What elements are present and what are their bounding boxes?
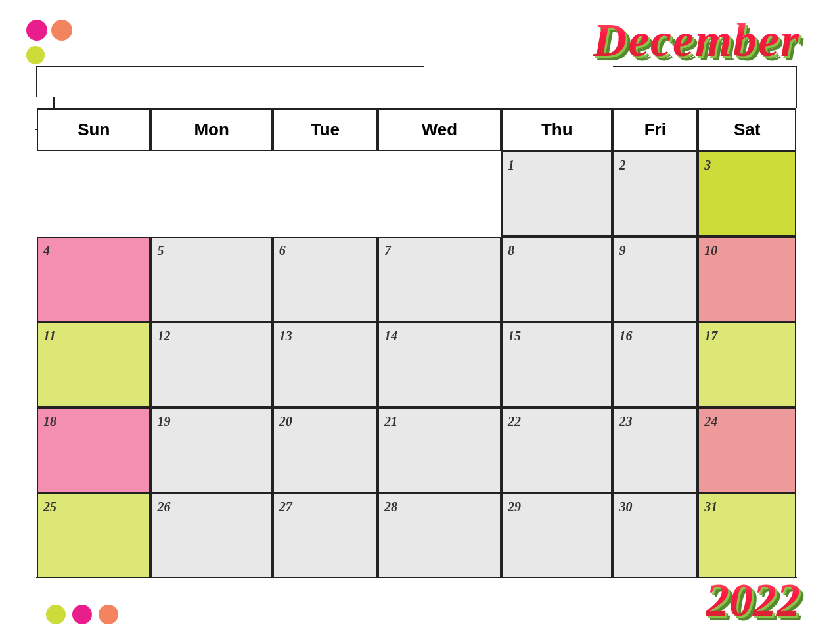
day-cell-empty [378,151,501,237]
day-number: 15 [508,329,521,343]
header-sun: Sun [37,108,150,151]
header-wed: Wed [378,108,501,151]
bottom-pink-dot-icon [72,605,92,624]
day-number: 4 [43,243,50,258]
day-cell-7: 7 [378,237,501,322]
day-number: 12 [157,329,170,343]
day-cell-2: 2 [612,151,698,237]
day-number: 19 [157,414,170,428]
day-cell-13: 13 [273,322,378,407]
day-number: 21 [384,414,397,428]
green-dot-icon [26,46,45,64]
day-number: 23 [619,414,632,428]
header-mon: Mon [150,108,272,151]
day-cell-29: 29 [501,493,612,578]
day-cell-24: 24 [698,407,796,493]
day-number: 25 [43,499,56,514]
day-number: 31 [704,499,717,514]
bottom-orange-dot-icon [99,605,118,624]
day-cell-25: 25 [37,493,150,578]
day-cell-28: 28 [378,493,501,578]
day-number: 13 [279,329,292,343]
day-number: 27 [279,499,292,514]
day-cell-11: 11 [37,322,150,407]
header-thu: Thu [501,108,612,151]
day-cell-16: 16 [612,322,698,407]
day-cell-27: 27 [273,493,378,578]
dots-top-left [26,20,72,64]
week-row-4: 18192021222324 [37,407,796,493]
orange-dot-icon [51,20,72,41]
day-cell-15: 15 [501,322,612,407]
day-number: 26 [157,499,170,514]
day-number: 30 [619,499,632,514]
year-title: 2022 [706,573,800,628]
day-number: 1 [508,158,514,172]
header-tue: Tue [273,108,378,151]
day-number: 11 [43,329,56,343]
svg-point-0 [26,20,47,41]
day-cell-21: 21 [378,407,501,493]
day-number: 14 [384,329,397,343]
svg-point-5 [99,605,118,624]
day-number: 18 [43,414,56,428]
day-number: 3 [704,158,711,172]
pink-dot-icon [26,20,47,41]
day-cell-empty [273,151,378,237]
day-cell-3: 3 [698,151,796,237]
day-cell-4: 4 [37,237,150,322]
header-fri: Fri [612,108,698,151]
top-line-right [613,66,797,67]
day-number: 9 [619,243,625,258]
header-row: Sun Mon Tue Wed Thu Fri Sat [37,108,796,151]
day-cell-31: 31 [698,493,796,578]
svg-point-3 [46,605,66,624]
day-number: 16 [619,329,632,343]
day-cell-22: 22 [501,407,612,493]
week-row-3: 11121314151617 [37,322,796,407]
month-title: December [593,13,800,68]
day-number: 10 [704,243,717,258]
day-number: 7 [384,243,391,258]
day-number: 6 [279,243,286,258]
top-line-left [36,66,424,67]
day-number: 8 [508,243,514,258]
day-cell-18: 18 [37,407,150,493]
bottom-green-dot-icon [46,605,66,624]
day-cell-8: 8 [501,237,612,322]
day-number: 20 [279,414,292,428]
week-row-5: 25262728293031 [37,493,796,578]
day-cell-empty [37,151,150,237]
day-cell-17: 17 [698,322,796,407]
svg-point-1 [51,20,72,41]
day-cell-19: 19 [150,407,272,493]
calendar-table: Sun Mon Tue Wed Thu Fri Sat 123456789101… [37,108,796,578]
dots-bottom-left [46,605,118,624]
page: December Sun Mon Tue Wed Thu Fri Sat 123 [0,0,833,644]
svg-point-2 [26,46,45,64]
day-cell-23: 23 [612,407,698,493]
day-number: 17 [704,329,717,343]
day-cell-1: 1 [501,151,612,237]
day-number: 22 [508,414,521,428]
day-cell-26: 26 [150,493,272,578]
day-number: 28 [384,499,397,514]
right-line-top [796,66,797,108]
day-number: 29 [508,499,521,514]
header-sat: Sat [698,108,796,151]
day-cell-6: 6 [273,237,378,322]
day-cell-20: 20 [273,407,378,493]
day-cell-9: 9 [612,237,698,322]
day-cell-5: 5 [150,237,272,322]
day-number: 2 [619,158,625,172]
week-row-1: 123 [37,151,796,237]
week-row-2: 45678910 [37,237,796,322]
svg-point-4 [72,605,92,624]
day-cell-14: 14 [378,322,501,407]
day-number: 5 [157,243,164,258]
day-cell-30: 30 [612,493,698,578]
day-number: 24 [704,414,717,428]
calendar-container: Sun Mon Tue Wed Thu Fri Sat 123456789101… [37,108,796,574]
day-cell-10: 10 [698,237,796,322]
day-cell-12: 12 [150,322,272,407]
